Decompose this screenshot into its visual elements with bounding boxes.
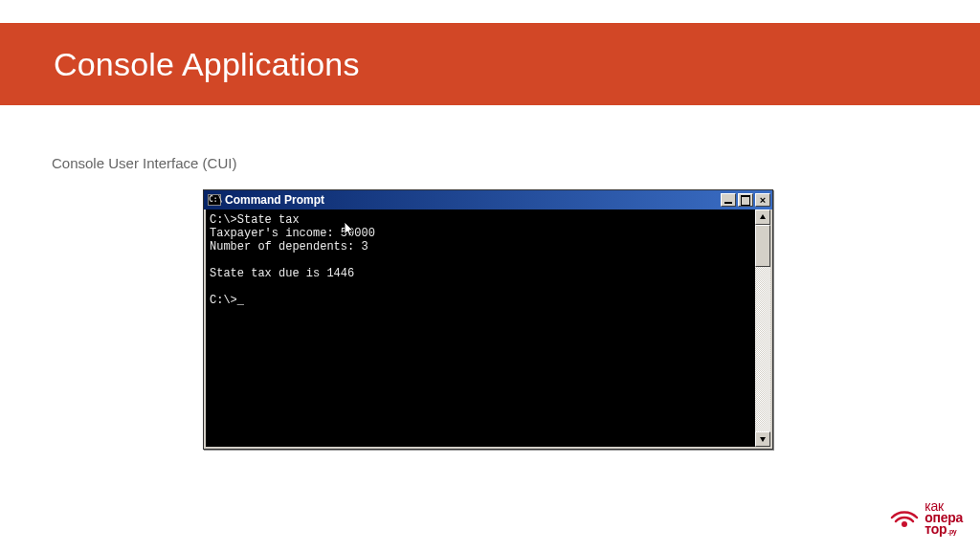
terminal-output[interactable]: C:\>State tax Taxpayer's income: 50000 N… [206,209,755,447]
logo-text: как опера тор.ру [924,501,963,536]
chevron-up-icon [759,213,767,221]
scroll-track[interactable] [755,225,770,431]
svg-marker-0 [760,214,766,219]
scroll-down-button[interactable] [755,431,770,447]
maximize-button[interactable] [738,193,753,207]
minimize-button[interactable] [721,193,736,207]
window-controls: × [721,193,770,207]
scroll-thumb[interactable] [755,225,770,267]
chevron-down-icon [759,435,767,443]
slide: Console Applications Console User Interf… [0,0,980,551]
vertical-scrollbar[interactable] [755,209,770,447]
window-titlebar[interactable]: C:\ Command Prompt × [204,190,772,209]
svg-marker-1 [760,437,766,442]
header-band: Console Applications [0,23,980,105]
logo-line3: тор.ру [924,524,963,536]
watermark-logo: как опера тор.ру [890,501,963,536]
command-prompt-window: C:\ Command Prompt × C:\>State tax Taxpa… [203,189,773,450]
cmd-icon: C:\ [208,194,221,206]
close-button[interactable]: × [755,193,770,207]
window-title: Command Prompt [225,193,324,207]
scroll-up-button[interactable] [755,209,770,225]
window-body: C:\>State tax Taxpayer's income: 50000 N… [204,209,772,449]
wifi-arc-icon [890,504,919,533]
svg-point-3 [902,521,907,527]
slide-subtitle: Console User Interface (CUI) [52,155,236,171]
slide-title: Console Applications [54,46,360,83]
